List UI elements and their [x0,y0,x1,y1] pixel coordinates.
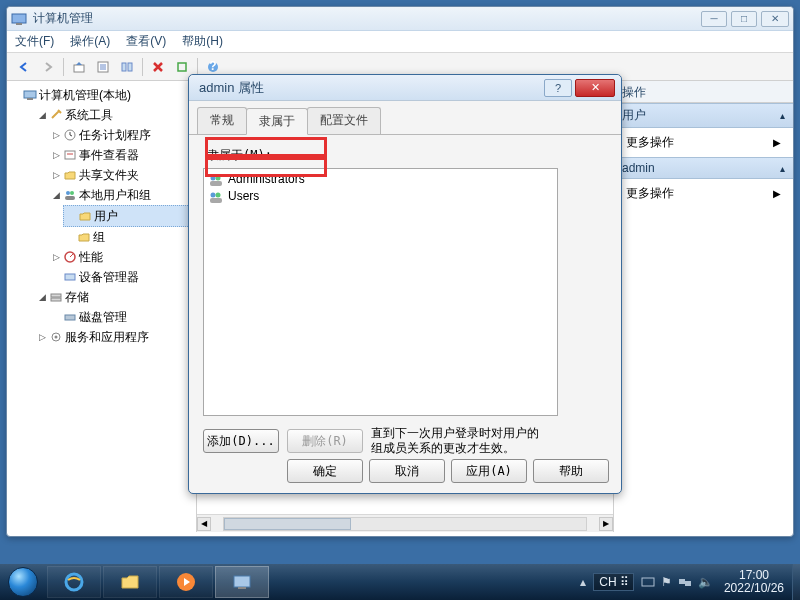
network-icon[interactable] [678,576,692,588]
expand-icon[interactable]: ▷ [51,170,61,180]
disk-icon [63,310,77,324]
app-icon [11,11,27,27]
add-button[interactable]: 添加(D)... [203,429,279,453]
menu-help[interactable]: 帮助(H) [182,33,223,50]
tree-task-scheduler[interactable]: ▷任务计划程序 [49,125,196,145]
users-icon [63,188,77,202]
tree-label: 组 [93,228,105,246]
groups-listbox[interactable]: Administrators Users [203,168,558,416]
minimize-button[interactable]: ─ [701,11,727,27]
dialog-titlebar[interactable]: admin 属性 ? ✕ [189,75,621,101]
actions-section-admin[interactable]: admin▴ [614,157,793,179]
tree-label: 本地用户和组 [79,186,151,204]
tree-panel[interactable]: 计算机管理(本地) ◢ 系统工具 ▷任务计划程序 ▷事件查看器 [7,81,197,532]
tree-users[interactable]: 用户 [63,205,196,227]
tray-expand-icon[interactable]: ▴ [580,575,586,589]
maximize-button[interactable]: □ [731,11,757,27]
tab-general[interactable]: 常规 [197,107,247,134]
section-title: 用户 [622,107,646,124]
properties-button[interactable] [92,56,114,78]
scroll-track[interactable] [223,517,587,531]
action-more-admin[interactable]: 更多操作▶ [614,179,793,208]
tree-shared-folders[interactable]: ▷共享文件夹 [49,165,196,185]
back-button[interactable] [13,56,35,78]
tree-disk-management[interactable]: 磁盘管理 [49,307,196,327]
language-indicator[interactable]: CH ⠿ [593,573,634,591]
tree-device-manager[interactable]: 设备管理器 [49,267,196,287]
clock[interactable]: 17:00 2022/10/26 [716,569,792,595]
svg-point-30 [211,192,216,197]
dialog-close-button[interactable]: ✕ [575,79,615,97]
scroll-left-button[interactable]: ◀ [197,517,211,531]
tab-memberof[interactable]: 隶属于 [246,108,308,135]
folder-share-icon [63,168,77,182]
actions-section-user[interactable]: 用户▴ [614,103,793,128]
taskbar-explorer[interactable] [103,566,157,598]
volume-icon[interactable]: 🔈 [698,575,713,589]
tree-performance[interactable]: ▷性能 [49,247,196,267]
scroll-thumb[interactable] [224,518,351,530]
group-item-administrators[interactable]: Administrators [206,171,555,188]
menu-file[interactable]: 文件(F) [15,33,54,50]
panel-button[interactable] [116,56,138,78]
forward-button[interactable] [37,56,59,78]
apply-button[interactable]: 应用(A) [451,459,527,483]
expand-icon[interactable]: ▷ [51,130,61,140]
tree-system-tools[interactable]: ◢ 系统工具 [35,105,196,125]
start-button[interactable] [0,564,46,600]
computer-icon [23,88,37,102]
titlebar[interactable]: 计算机管理 ─ □ ✕ [7,7,793,31]
ok-button[interactable]: 确定 [287,459,363,483]
expand-icon[interactable]: ▷ [51,150,61,160]
device-icon [63,270,77,284]
close-button[interactable]: ✕ [761,11,789,27]
scroll-right-button[interactable]: ▶ [599,517,613,531]
svg-rect-35 [234,576,250,587]
taskbar-mmc[interactable] [215,566,269,598]
cancel-button[interactable]: 取消 [369,459,445,483]
tree-local-users[interactable]: ◢本地用户和组 [49,185,196,205]
svg-rect-21 [65,274,75,280]
menu-action[interactable]: 操作(A) [70,33,110,50]
dialog-help-button[interactable]: ? [544,79,572,97]
action-label: 更多操作 [626,134,674,151]
svg-point-28 [216,175,221,180]
tree-groups[interactable]: 组 [63,227,196,247]
tree-label: 磁盘管理 [79,308,127,326]
taskbar-ie[interactable] [47,566,101,598]
collapse-icon[interactable]: ◢ [51,190,61,200]
collapse-icon[interactable]: ◢ [37,292,47,302]
svg-rect-0 [12,14,26,23]
help-button[interactable]: 帮助 [533,459,609,483]
group-item-users[interactable]: Users [206,188,555,205]
svg-rect-8 [128,63,132,71]
actions-header: 操作 [614,81,793,103]
tree-label: 存储 [65,288,89,306]
keyboard-icon[interactable] [641,576,655,588]
horizontal-scrollbar[interactable]: ◀ ▶ [197,514,613,532]
tree-root[interactable]: 计算机管理(本地) [21,85,196,105]
tree-event-viewer[interactable]: ▷事件查看器 [49,145,196,165]
tree-label: 任务计划程序 [79,126,151,144]
taskbar[interactable]: ▴ CH ⠿ ⚑ 🔈 17:00 2022/10/26 [0,564,800,600]
show-desktop-button[interactable] [792,564,800,600]
svg-rect-23 [51,298,61,301]
system-tray[interactable]: ▴ CH ⠿ ⚑ 🔈 17:00 2022/10/26 [577,564,800,600]
lang-text: CH [599,575,616,589]
tree-storage[interactable]: ◢存储 [35,287,196,307]
svg-rect-7 [122,63,126,71]
window-title: 计算机管理 [33,10,701,27]
collapse-icon[interactable]: ◢ [37,110,47,120]
svg-point-17 [66,191,70,195]
menu-view[interactable]: 查看(V) [126,33,166,50]
up-button[interactable] [68,56,90,78]
flag-icon[interactable]: ⚑ [661,575,672,589]
expand-icon[interactable]: ▷ [37,332,47,342]
taskbar-media[interactable] [159,566,213,598]
delete-button[interactable] [147,56,169,78]
expand-icon[interactable]: ▷ [51,252,61,262]
remove-button[interactable]: 删除(R) [287,429,363,453]
tab-profile[interactable]: 配置文件 [307,107,381,134]
action-more-user[interactable]: 更多操作▶ [614,128,793,157]
tree-services[interactable]: ▷服务和应用程序 [35,327,196,347]
